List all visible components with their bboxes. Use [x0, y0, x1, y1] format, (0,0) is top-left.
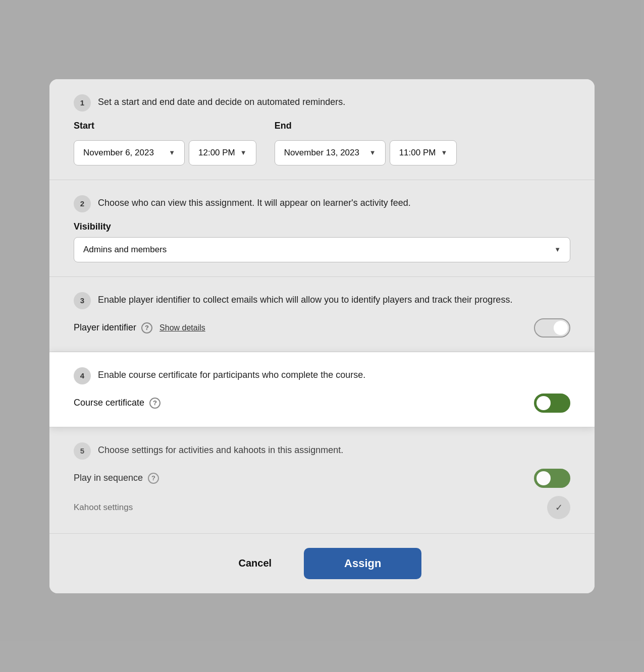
end-time-value: 11:00 PM [399, 148, 436, 158]
section-step-3: 3 Enable player identifier to collect em… [49, 277, 595, 352]
course-certificate-toggle-thumb [536, 396, 551, 410]
visibility-label: Visibility [74, 221, 570, 232]
visibility-select[interactable]: Admins and members ▼ [74, 237, 570, 262]
cancel-button[interactable]: Cancel [223, 549, 288, 577]
step-badge-4: 4 [74, 367, 91, 384]
start-date-value: November 6, 2023 [83, 148, 154, 158]
visibility-chevron-icon: ▼ [554, 246, 561, 253]
end-time-select[interactable]: 11:00 PM ▼ [390, 140, 457, 165]
kahoot-settings-expand-button[interactable]: ✓ [547, 496, 570, 519]
play-in-sequence-toggle-thumb [536, 471, 551, 485]
course-certificate-label: Course certificate [74, 398, 144, 408]
step-3-description: Enable player identifier to collect emai… [98, 291, 512, 307]
play-in-sequence-help-icon[interactable]: ? [148, 473, 159, 484]
step-5-description: Choose settings for activities and kahoo… [98, 441, 343, 457]
step-badge-5: 5 [74, 442, 91, 460]
kahoot-settings-label: Kahoot settings [74, 502, 133, 513]
visibility-value: Admins and members [83, 245, 167, 255]
step-2-description: Choose who can view this assignment. It … [98, 194, 411, 210]
course-certificate-help-icon[interactable]: ? [149, 398, 160, 409]
player-identifier-help-icon[interactable]: ? [141, 322, 152, 333]
end-date-chevron-icon: ▼ [369, 149, 376, 156]
start-date-select[interactable]: November 6, 2023 ▼ [74, 140, 185, 165]
start-label: Start [74, 121, 256, 131]
step-badge-2: 2 [74, 195, 91, 212]
section-step-5: 5 Choose settings for activities and kah… [49, 427, 595, 534]
course-certificate-toggle-track [534, 394, 570, 413]
end-label: End [275, 121, 457, 131]
step-1-description: Set a start and end date and decide on a… [98, 93, 345, 109]
step-badge-3: 3 [74, 292, 91, 309]
start-time-chevron-icon: ▼ [240, 149, 247, 156]
end-date-value: November 13, 2023 [284, 148, 359, 158]
player-identifier-toggle-thumb [554, 321, 568, 335]
modal-overlay: 1 Set a start and end date and decide on… [0, 0, 644, 672]
play-in-sequence-toggle-track [534, 469, 570, 488]
player-identifier-toggle[interactable] [534, 318, 570, 338]
play-in-sequence-label: Play in sequence [74, 473, 143, 483]
section-step-1: 1 Set a start and end date and decide on… [49, 79, 595, 180]
start-time-select[interactable]: 12:00 PM ▼ [189, 140, 256, 165]
step-badge-1: 1 [74, 94, 91, 111]
player-identifier-label: Player identifier [74, 322, 136, 333]
step-4-description: Enable course certificate for participan… [98, 366, 365, 382]
modal-footer: Cancel Assign [49, 534, 595, 593]
player-identifier-toggle-track [534, 318, 570, 338]
chevron-down-icon: ✓ [555, 502, 563, 513]
show-details-link[interactable]: Show details [159, 323, 205, 332]
end-time-chevron-icon: ▼ [441, 149, 447, 156]
start-date-chevron-icon: ▼ [169, 149, 175, 156]
play-in-sequence-toggle[interactable] [534, 469, 570, 488]
assign-button[interactable]: Assign [304, 548, 421, 579]
course-certificate-toggle[interactable] [534, 394, 570, 413]
section-step-2: 2 Choose who can view this assignment. I… [49, 180, 595, 277]
assignment-modal: 1 Set a start and end date and decide on… [49, 79, 595, 593]
section-step-4: 4 Enable course certificate for particip… [49, 352, 595, 427]
start-time-value: 12:00 PM [198, 148, 235, 158]
end-date-select[interactable]: November 13, 2023 ▼ [275, 140, 386, 165]
